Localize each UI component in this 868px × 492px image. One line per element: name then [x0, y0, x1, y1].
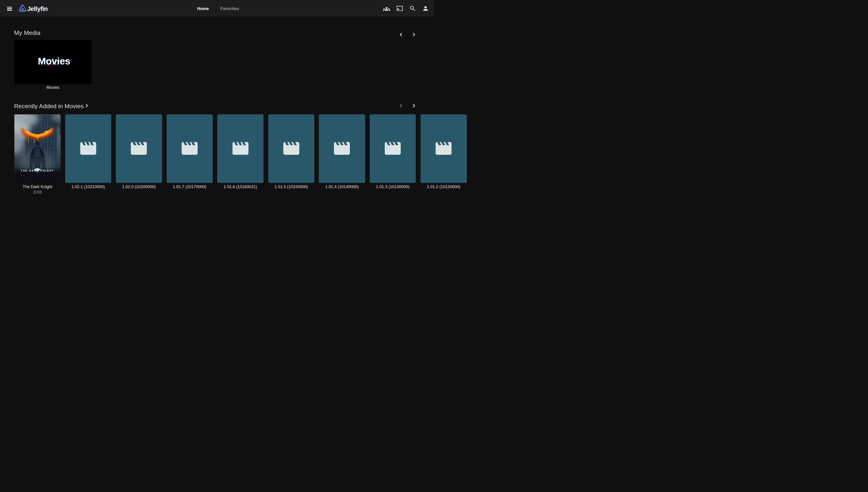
- svg-text:THE DARK KNIGHT: THE DARK KNIGHT: [21, 169, 54, 172]
